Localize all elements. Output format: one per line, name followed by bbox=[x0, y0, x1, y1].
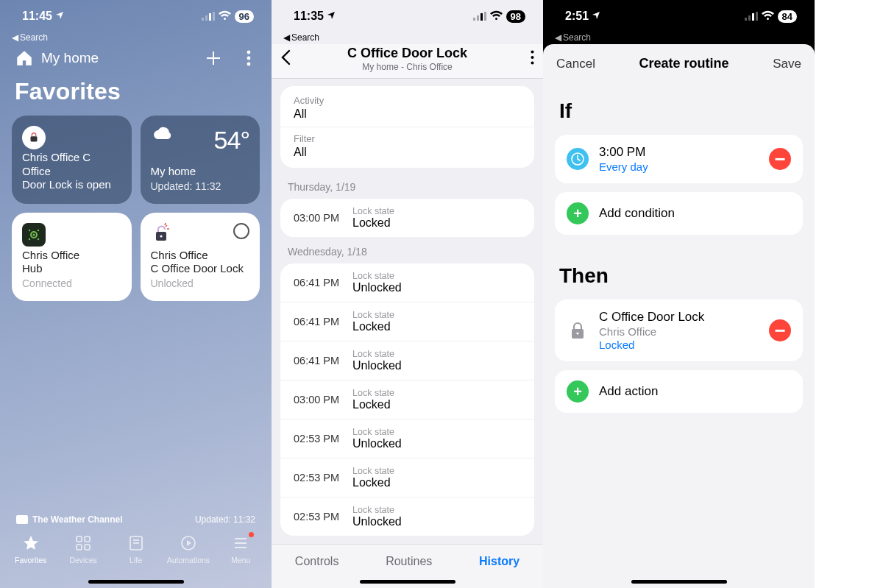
life-icon bbox=[127, 534, 146, 553]
add-button[interactable] bbox=[204, 49, 223, 68]
status-time: 11:45 bbox=[22, 10, 52, 23]
chevron-left-icon: ◀︎ bbox=[555, 32, 561, 43]
devices-icon bbox=[74, 534, 93, 553]
battery-badge: 84 bbox=[778, 10, 797, 23]
svg-point-33 bbox=[531, 62, 534, 65]
back-to-search[interactable]: ◀︎ Search bbox=[272, 32, 543, 44]
hub-icon bbox=[22, 223, 46, 247]
menu-icon bbox=[231, 534, 250, 553]
if-time-condition[interactable]: 3:00 PM Every day − bbox=[555, 135, 803, 183]
history-event[interactable]: 06:41 PMLock stateUnlocked bbox=[280, 341, 534, 380]
back-to-search[interactable]: ◀︎ Search bbox=[543, 32, 815, 44]
home-icon bbox=[15, 49, 34, 68]
automations-icon bbox=[179, 534, 198, 553]
svg-point-9 bbox=[32, 233, 35, 235]
favorites-screen: 11:45 96 ◀︎ Search My home bbox=[0, 0, 272, 588]
history-screen: 11:35 98 ◀︎ Search C Office Door Lock My… bbox=[272, 0, 543, 588]
then-action-lock[interactable]: C Office Door Lock Chris Office Locked − bbox=[555, 300, 803, 361]
clock-icon bbox=[567, 148, 589, 170]
weather-card[interactable]: 54° My home Updated: 11:32 bbox=[141, 116, 260, 204]
history-event[interactable]: 02:53 PMLock stateUnlocked bbox=[280, 497, 534, 536]
then-section-title: Then bbox=[543, 244, 815, 300]
lock-icon bbox=[567, 319, 589, 341]
lock-open-icon bbox=[151, 223, 173, 247]
sheet-nav: Cancel Create routine Save bbox=[543, 44, 815, 79]
plus-icon: + bbox=[567, 380, 589, 403]
plus-icon: + bbox=[567, 202, 589, 224]
more-icon[interactable] bbox=[511, 50, 534, 68]
weather-attribution: The Weather Channel bbox=[16, 514, 122, 525]
date-header: Wednesday, 1/18 bbox=[272, 237, 543, 263]
history-event[interactable]: 06:41 PMLock stateUnlocked bbox=[280, 263, 534, 302]
svg-point-12 bbox=[29, 238, 30, 240]
back-button[interactable] bbox=[280, 47, 304, 71]
svg-point-15 bbox=[160, 235, 162, 237]
back-to-search[interactable]: ◀︎ Search bbox=[0, 32, 272, 44]
lock-card[interactable]: Chris Office C Office Door Lock Unlocked bbox=[141, 213, 260, 301]
wifi-icon bbox=[490, 12, 503, 21]
filter-filter[interactable]: Filter All bbox=[280, 127, 534, 165]
svg-point-4 bbox=[247, 51, 251, 54]
svg-point-11 bbox=[38, 230, 39, 231]
more-icon[interactable] bbox=[239, 49, 258, 68]
device-subtitle: My home - Chris Office bbox=[304, 62, 511, 72]
svg-rect-30 bbox=[484, 12, 486, 21]
svg-rect-2 bbox=[209, 13, 211, 21]
history-event[interactable]: 02:53 PMLock stateUnlocked bbox=[280, 419, 534, 458]
home-indicator[interactable] bbox=[88, 580, 184, 584]
svg-rect-27 bbox=[473, 18, 475, 21]
remove-condition-button[interactable]: − bbox=[769, 148, 791, 170]
hub-card[interactable]: Chris Office Hub Connected bbox=[12, 213, 132, 301]
svg-rect-34 bbox=[745, 18, 747, 21]
tab-history[interactable]: History bbox=[479, 555, 519, 568]
add-action-button[interactable]: + Add action bbox=[555, 370, 803, 413]
add-condition-button[interactable]: + Add condition bbox=[555, 192, 803, 235]
activity-filter[interactable]: Activity All bbox=[280, 89, 534, 127]
save-button[interactable]: Save bbox=[773, 57, 801, 71]
wifi-icon bbox=[762, 12, 774, 21]
temperature: 54° bbox=[214, 126, 249, 155]
svg-rect-37 bbox=[756, 12, 758, 21]
history-event[interactable]: 06:41 PMLock stateLocked bbox=[280, 302, 534, 341]
page-title: Favorites bbox=[0, 71, 272, 116]
alert-card[interactable]: Chris Office C Office Door Lock is open bbox=[12, 116, 132, 204]
svg-rect-0 bbox=[202, 18, 204, 21]
sheet-title: Create routine bbox=[639, 56, 729, 71]
modal-sheet: Cancel Create routine Save If 3:00 PM Ev… bbox=[543, 44, 815, 588]
chevron-left-icon: ◀︎ bbox=[283, 32, 290, 43]
history-event[interactable]: 03:00 PMLock stateLocked bbox=[280, 380, 534, 419]
date-header: Thursday, 1/19 bbox=[272, 172, 543, 199]
svg-rect-18 bbox=[77, 545, 82, 550]
home-selector[interactable]: My home bbox=[15, 49, 99, 68]
svg-point-6 bbox=[247, 63, 251, 66]
history-event[interactable]: 02:53 PMLock stateLocked bbox=[280, 458, 534, 497]
device-title: C Office Door Lock bbox=[304, 46, 511, 61]
toggle-ring[interactable] bbox=[233, 223, 249, 239]
svg-rect-7 bbox=[31, 136, 38, 141]
star-icon bbox=[21, 534, 40, 553]
battery-badge: 96 bbox=[235, 10, 254, 23]
location-icon bbox=[327, 10, 336, 23]
history-event[interactable]: 03:00 PM Lock state Locked bbox=[280, 199, 534, 237]
cellular-icon bbox=[745, 12, 758, 21]
svg-point-40 bbox=[576, 332, 578, 334]
cellular-icon bbox=[202, 12, 215, 21]
tab-routines[interactable]: Routines bbox=[386, 555, 432, 568]
history-filters: Activity All Filter All bbox=[280, 86, 534, 168]
home-indicator[interactable] bbox=[360, 580, 455, 584]
updated-label: Updated: 11:32 bbox=[195, 514, 255, 525]
tab-controls[interactable]: Controls bbox=[295, 555, 339, 568]
home-indicator[interactable] bbox=[631, 580, 727, 584]
location-icon bbox=[55, 10, 64, 23]
cellular-icon bbox=[473, 12, 486, 21]
lock-alert-icon bbox=[22, 126, 46, 149]
svg-point-5 bbox=[247, 57, 251, 60]
cancel-button[interactable]: Cancel bbox=[556, 57, 595, 71]
tab-favorites[interactable]: Favorites bbox=[4, 534, 57, 588]
status-bar: 11:45 96 bbox=[0, 0, 272, 32]
wifi-icon bbox=[219, 12, 231, 21]
svg-rect-17 bbox=[85, 536, 90, 542]
remove-action-button[interactable]: − bbox=[769, 319, 791, 341]
tab-menu[interactable]: Menu bbox=[215, 534, 267, 588]
svg-rect-28 bbox=[477, 15, 479, 21]
